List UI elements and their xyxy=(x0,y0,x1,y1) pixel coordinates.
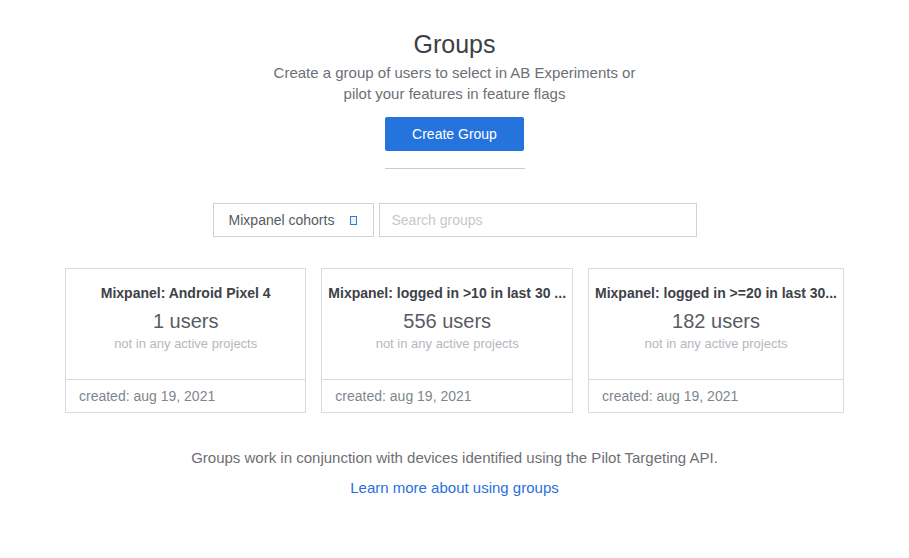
section-divider xyxy=(385,168,525,169)
group-created-date: created: aug 19, 2021 xyxy=(66,379,305,412)
create-group-button[interactable]: Create Group xyxy=(385,117,524,151)
page-subtitle-line1: Create a group of users to select in AB … xyxy=(0,62,909,83)
page-subtitle: Create a group of users to select in AB … xyxy=(0,62,909,104)
group-card[interactable]: Mixpanel: logged in >10 in last 30 ... 5… xyxy=(321,268,573,413)
group-card[interactable]: Mixpanel: logged in >=20 in last 30... 1… xyxy=(588,268,844,413)
group-created-date: created: aug 19, 2021 xyxy=(322,379,572,412)
filter-bar: Mixpanel cohorts xyxy=(0,203,909,237)
group-card[interactable]: Mixpanel: Android Pixel 4 1 users not in… xyxy=(65,268,306,413)
cohort-source-dropdown-label: Mixpanel cohorts xyxy=(229,212,335,228)
dropdown-indicator-icon xyxy=(350,216,357,225)
group-project-status: not in any active projects xyxy=(66,336,305,351)
cohort-source-dropdown[interactable]: Mixpanel cohorts xyxy=(213,203,374,237)
group-user-count: 556 users xyxy=(322,309,572,333)
group-title: Mixpanel: Android Pixel 4 xyxy=(66,284,305,302)
group-card-list: Mixpanel: Android Pixel 4 1 users not in… xyxy=(65,268,844,413)
group-user-count: 182 users xyxy=(589,309,843,333)
group-card-body: Mixpanel: logged in >=20 in last 30... 1… xyxy=(589,269,843,379)
group-title: Mixpanel: logged in >10 in last 30 ... xyxy=(322,284,572,302)
page-subtitle-line2: pilot your features in feature flags xyxy=(0,83,909,104)
group-user-count: 1 users xyxy=(66,309,305,333)
learn-more-link[interactable]: Learn more about using groups xyxy=(350,479,558,496)
groups-page: Groups Create a group of users to select… xyxy=(0,0,909,497)
group-card-body: Mixpanel: logged in >10 in last 30 ... 5… xyxy=(322,269,572,379)
search-groups-input[interactable] xyxy=(379,203,697,237)
group-title: Mixpanel: logged in >=20 in last 30... xyxy=(589,284,843,302)
group-created-date: created: aug 19, 2021 xyxy=(589,379,843,412)
group-project-status: not in any active projects xyxy=(589,336,843,351)
group-card-body: Mixpanel: Android Pixel 4 1 users not in… xyxy=(66,269,305,379)
groups-info-text: Groups work in conjunction with devices … xyxy=(0,449,909,466)
group-project-status: not in any active projects xyxy=(322,336,572,351)
page-title: Groups xyxy=(0,30,909,58)
